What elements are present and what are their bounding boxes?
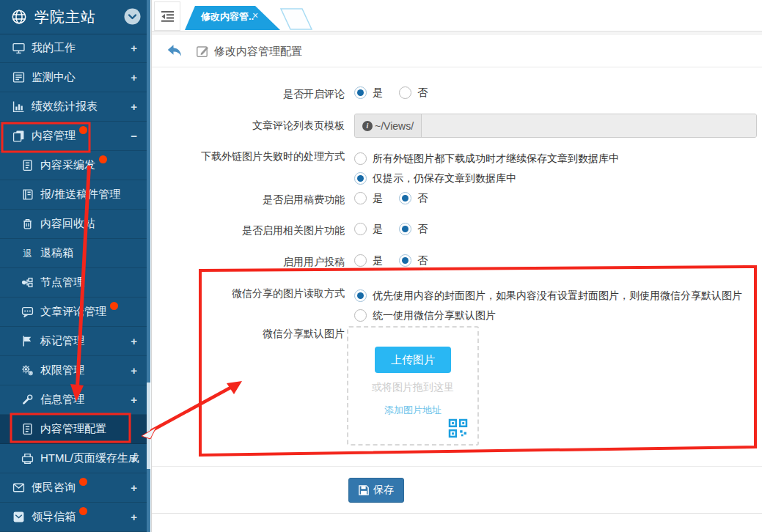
upload-dropzone[interactable]: 上传图片或将图片拖到这里添加图片地址 — [347, 326, 479, 446]
sidebar-item-leader-mailbox[interactable]: 领导信箱+ — [0, 503, 147, 532]
sidebar-item-label: 标记管理 — [40, 334, 84, 348]
radio-option-label: 是 — [373, 254, 383, 266]
bar-chart-icon — [12, 100, 25, 113]
expand-plus-icon[interactable]: + — [131, 42, 137, 54]
sidebar-item-content-recycle[interactable]: 内容回收站 — [0, 210, 147, 239]
tab-ghost — [259, 6, 318, 30]
notification-dot — [79, 478, 87, 486]
radio-option-label: 仅提示，仍保存文章到数据库中 — [373, 172, 516, 184]
comment-template-input[interactable] — [422, 114, 756, 137]
notification-dot — [79, 126, 87, 134]
sidebar-toggle-button[interactable] — [154, 1, 180, 31]
trash-icon — [21, 218, 34, 230]
sidebar-item-label: 内容采编发 — [40, 158, 95, 172]
expand-plus-icon[interactable]: + — [131, 71, 137, 84]
radio-download-fail-1[interactable] — [354, 172, 367, 185]
input-prefix-text: ~/Views/ — [375, 120, 414, 132]
sidebar-item-content-management[interactable]: 内容管理− — [0, 122, 147, 151]
radio-related-pics-0[interactable] — [354, 223, 367, 235]
expand-plus-icon[interactable]: + — [131, 100, 137, 113]
form-row-wechat-default-image: 微信分享默认图片上传图片或将图片拖到这里添加图片地址 — [171, 325, 479, 446]
form-row-comments-enabled: 是否开启评论是否 — [171, 86, 444, 102]
page-title-bar: 修改内容管理配置 — [152, 35, 762, 67]
radio-option-label: 否 — [417, 223, 428, 234]
form-label: 是否启用相关图片功能 — [171, 222, 345, 238]
expand-plus-icon[interactable]: + — [131, 335, 137, 347]
wrench-icon — [21, 394, 34, 406]
upload-image-button[interactable]: 上传图片 — [375, 347, 451, 373]
sidebar-item-label: 内容管理配置 — [40, 422, 106, 436]
comment-template-input-group: i~/Views/ — [354, 114, 757, 138]
radio-option-label: 否 — [417, 192, 428, 204]
svg-text:退: 退 — [23, 248, 32, 259]
sidebar-item-push-manuscript[interactable]: 报/推送稿件管理 — [0, 180, 147, 210]
copy-icon — [12, 130, 25, 142]
radio-user-submit-1[interactable] — [399, 254, 411, 267]
back-arrow-icon[interactable] — [167, 44, 182, 57]
notification-dot — [79, 507, 87, 515]
sidebar-item-label: 领导信箱 — [32, 510, 76, 524]
chevron-down-circle-icon[interactable] — [124, 8, 141, 25]
sidebar-item-node-management[interactable]: 节点管理 — [0, 268, 147, 298]
sidebar-item-label: 我的工作 — [32, 41, 76, 55]
form-label: 下载外链图片失败时的处理方式 — [171, 148, 345, 164]
sidebar-item-content-editing[interactable]: 内容采编发 — [0, 151, 147, 180]
printer-icon — [21, 452, 34, 465]
gears-icon — [21, 364, 34, 377]
collapse-minus-icon[interactable]: − — [131, 130, 137, 142]
form-label: 启用用户投稿 — [171, 254, 345, 270]
form-label: 微信分享的图片读取方式 — [171, 285, 345, 301]
radio-download-fail-0[interactable] — [354, 152, 367, 165]
radio-comments-enabled-0[interactable] — [354, 86, 367, 99]
book-icon — [21, 188, 34, 201]
sidebar-item-permission-management[interactable]: 权限管理+ — [0, 356, 147, 385]
notification-dot — [110, 302, 118, 310]
form-label: 是否开启评论 — [171, 86, 345, 102]
radio-fee-enabled-1[interactable] — [399, 192, 411, 204]
sidebar-item-monitor-center[interactable]: 监测中心+ — [0, 63, 147, 92]
sidebar-item-html-cache[interactable]: HTML/页面缓存生成+ — [0, 444, 147, 473]
expand-plus-icon[interactable]: + — [131, 364, 137, 377]
tab-active-label[interactable]: 修改内容管.. — [201, 10, 254, 23]
sidebar-item-performance-report[interactable]: 绩效统计报表+ — [0, 92, 147, 122]
sidebar-item-label: 报/推送稿件管理 — [40, 188, 120, 202]
sidebar-menu: 我的工作+监测中心+绩效统计报表+内容管理−内容采编发报/推送稿件管理内容回收站… — [0, 34, 147, 532]
sidebar-item-info-management[interactable]: 信息管理+ — [0, 385, 147, 415]
sidebar-item-rejected-box[interactable]: 退退稿箱 — [0, 239, 147, 268]
save-button-label: 保存 — [373, 484, 394, 497]
tab-close-icon[interactable]: × — [252, 10, 258, 21]
sidebar-item-tag-management[interactable]: 标记管理+ — [0, 327, 147, 356]
radio-fee-enabled-0[interactable] — [354, 192, 367, 204]
expand-plus-icon[interactable]: + — [131, 511, 137, 523]
sidebar-item-article-comments[interactable]: 文章评论管理 — [0, 298, 147, 327]
sidebar-scrollbar-thumb[interactable] — [147, 383, 150, 469]
sidebar-item-label: 内容管理 — [32, 129, 76, 143]
expand-plus-icon[interactable]: + — [131, 452, 137, 465]
notification-dot — [99, 155, 107, 163]
expand-plus-icon[interactable]: + — [131, 394, 137, 406]
form-row-user-submit: 启用用户投稿是否 — [171, 254, 444, 270]
outdent-icon — [161, 11, 174, 22]
sidebar-item-citizen-consult[interactable]: 便民咨询+ — [0, 473, 147, 503]
sidebar-item-content-config[interactable]: 内容管理配置 — [0, 415, 147, 444]
form-label: 文章评论列表页模板 — [171, 114, 345, 138]
comment-icon — [21, 306, 34, 318]
expand-plus-icon[interactable]: + — [131, 481, 137, 494]
radio-comments-enabled-1[interactable] — [399, 86, 411, 99]
radio-option-label: 是 — [373, 192, 383, 204]
sidebar-item-my-work[interactable]: 我的工作+ — [0, 34, 147, 63]
radio-wechat-mode-1[interactable] — [354, 309, 367, 322]
qr-code-icon[interactable] — [448, 418, 468, 438]
form-label: 微信分享默认图片 — [171, 325, 345, 341]
sidebar-item-label: 信息管理 — [40, 393, 84, 407]
sidebar-item-label: 权限管理 — [40, 363, 84, 377]
form-row-related-pics: 是否启用相关图片功能是否 — [171, 222, 444, 238]
add-image-url-link[interactable]: 添加图片地址 — [384, 404, 442, 417]
edit-icon — [197, 45, 209, 57]
radio-user-submit-0[interactable] — [354, 254, 367, 267]
sidebar-scrollbar[interactable] — [147, 0, 150, 532]
radio-related-pics-1[interactable] — [399, 223, 411, 235]
save-button[interactable]: 保存 — [348, 478, 404, 503]
radio-wechat-mode-0[interactable] — [354, 289, 367, 302]
form-row-download-fail: 下载外链图片失败时的处理方式所有外链图片都下载成功时才继续保存文章到数据库中仅提… — [171, 148, 619, 188]
